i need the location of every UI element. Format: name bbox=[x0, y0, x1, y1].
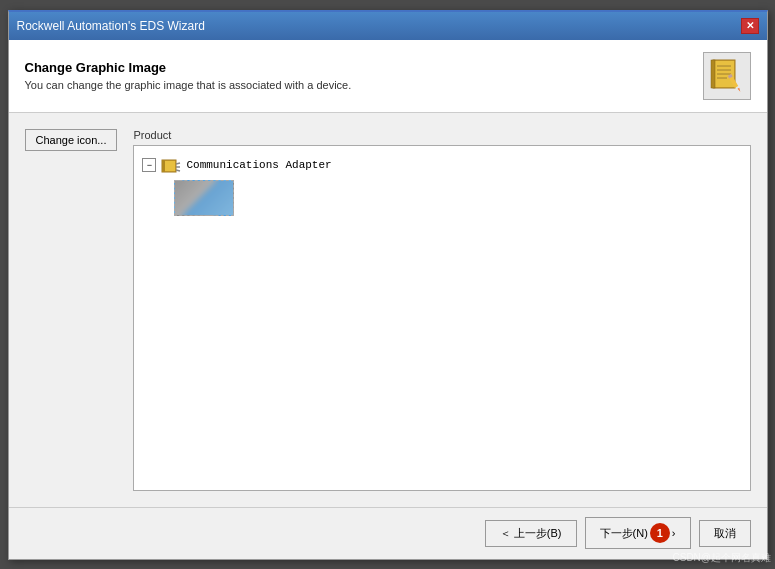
main-window: Rockwell Automation's EDS Wizard ✕ Chang… bbox=[8, 10, 768, 560]
tree-collapse-button[interactable]: − bbox=[142, 158, 156, 172]
back-button[interactable]: ＜ 上一步(B) bbox=[485, 520, 577, 547]
right-panel: Product − bbox=[133, 129, 750, 491]
product-tree: − Communications bbox=[133, 145, 750, 491]
page-subtitle: You can change the graphic image that is… bbox=[25, 79, 703, 91]
change-icon-button[interactable]: Change icon... bbox=[25, 129, 118, 151]
back-label: ＜ 上一步(B) bbox=[500, 526, 562, 541]
close-button[interactable]: ✕ bbox=[741, 18, 759, 34]
window-title: Rockwell Automation's EDS Wizard bbox=[17, 19, 205, 33]
header-text: Change Graphic Image You can change the … bbox=[25, 60, 703, 91]
title-bar: Rockwell Automation's EDS Wizard ✕ bbox=[9, 12, 767, 40]
product-image-preview bbox=[174, 180, 234, 216]
tree-sub-item bbox=[174, 180, 741, 216]
wizard-icon bbox=[707, 56, 747, 96]
next-label-pre: 下一步(N) bbox=[600, 526, 648, 541]
next-step-badge: 1 bbox=[650, 523, 670, 543]
svg-line-15 bbox=[176, 170, 180, 171]
tree-item: − Communications bbox=[142, 154, 741, 176]
footer-section: ＜ 上一步(B) 下一步(N) 1 › 取消 bbox=[9, 507, 767, 559]
page-title: Change Graphic Image bbox=[25, 60, 703, 75]
tree-item-label: Communications Adapter bbox=[186, 159, 331, 171]
watermark: CSDN@起个网名真难 bbox=[673, 551, 772, 565]
collapse-icon: − bbox=[147, 160, 152, 170]
svg-rect-12 bbox=[162, 160, 165, 172]
product-label: Product bbox=[133, 129, 750, 141]
cancel-button[interactable]: 取消 bbox=[699, 520, 751, 547]
content-area: Change Graphic Image You can change the … bbox=[9, 40, 767, 559]
main-section: Change icon... Product − bbox=[9, 113, 767, 507]
header-section: Change Graphic Image You can change the … bbox=[9, 40, 767, 113]
next-button[interactable]: 下一步(N) 1 › bbox=[585, 517, 691, 549]
adapter-icon bbox=[160, 154, 182, 176]
left-panel: Change icon... bbox=[25, 129, 118, 491]
title-bar-buttons: ✕ bbox=[741, 18, 759, 34]
header-icon bbox=[703, 52, 751, 100]
next-chevron: › bbox=[672, 527, 676, 539]
svg-rect-2 bbox=[711, 60, 715, 88]
close-icon: ✕ bbox=[746, 20, 754, 31]
svg-line-13 bbox=[176, 163, 180, 164]
svg-marker-8 bbox=[737, 87, 741, 91]
